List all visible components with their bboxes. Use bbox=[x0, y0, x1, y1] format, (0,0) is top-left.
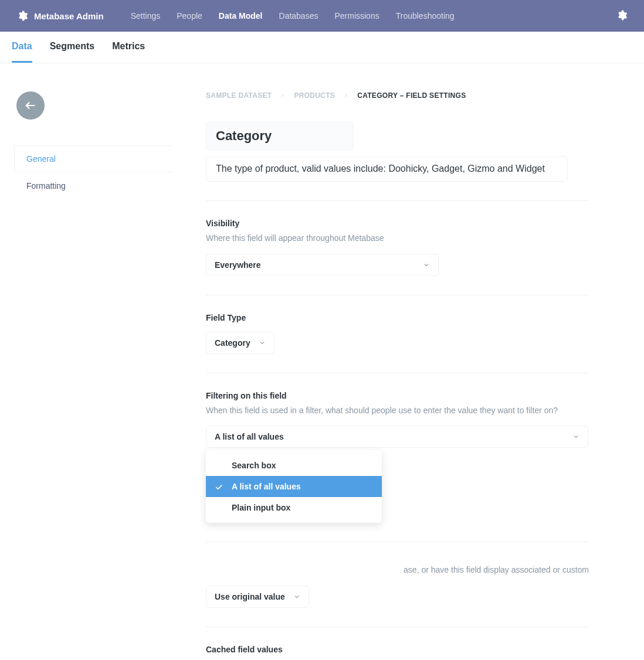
filtering-desc: When this field is used in a filter, wha… bbox=[206, 405, 589, 417]
chevron-down-icon bbox=[572, 433, 579, 440]
nav-permissions[interactable]: Permissions bbox=[334, 11, 379, 21]
field-type-select[interactable]: Category bbox=[206, 332, 274, 354]
nav-databases[interactable]: Databases bbox=[279, 11, 318, 21]
field-type-value: Category bbox=[215, 338, 250, 348]
filter-option-search-box[interactable]: Search box bbox=[206, 455, 382, 476]
settings-gear-icon[interactable] bbox=[616, 9, 628, 21]
filtering-value: A list of all values bbox=[215, 432, 284, 441]
gear-icon bbox=[16, 10, 28, 22]
display-value: Use original value bbox=[215, 592, 285, 601]
visibility-select[interactable]: Everywhere bbox=[206, 254, 439, 276]
sidebar: General Formatting bbox=[0, 63, 172, 660]
chevron-right-icon bbox=[280, 93, 286, 98]
tab-metrics[interactable]: Metrics bbox=[112, 32, 145, 63]
display-values-select[interactable]: Use original value bbox=[206, 586, 309, 608]
top-nav-brand[interactable]: Metabase Admin bbox=[16, 10, 104, 22]
crumb-db[interactable]: SAMPLE DATASET bbox=[206, 91, 272, 100]
filtering-select[interactable]: A list of all values bbox=[206, 426, 588, 448]
main-content: SAMPLE DATASET PRODUCTS CATEGORY – FIELD… bbox=[172, 63, 644, 660]
crumb-table[interactable]: PRODUCTS bbox=[294, 91, 335, 100]
filter-option-plain[interactable]: Plain input box bbox=[206, 497, 382, 518]
back-button[interactable] bbox=[16, 91, 45, 120]
section-cached: Cached field values Metabase can scan th… bbox=[206, 627, 589, 660]
nav-troubleshooting[interactable]: Troubleshooting bbox=[396, 11, 455, 21]
cached-title: Cached field values bbox=[206, 645, 589, 654]
tab-data[interactable]: Data bbox=[12, 32, 32, 63]
filtering-title: Filtering on this field bbox=[206, 391, 589, 400]
filter-option-list-all[interactable]: A list of all values bbox=[206, 476, 382, 497]
chevron-down-icon bbox=[259, 339, 266, 346]
display-desc-tail: ase, or have this field display associat… bbox=[206, 564, 589, 576]
chevron-right-icon bbox=[343, 93, 349, 98]
visibility-value: Everywhere bbox=[215, 260, 261, 270]
field-type-title: Field Type bbox=[206, 313, 589, 322]
top-nav: Metabase Admin Settings People Data Mode… bbox=[0, 0, 644, 32]
visibility-desc: Where this field will appear throughout … bbox=[206, 233, 589, 244]
top-nav-right bbox=[616, 9, 628, 23]
chevron-down-icon bbox=[293, 593, 300, 600]
crumb-field: CATEGORY – FIELD SETTINGS bbox=[357, 91, 466, 100]
nav-people[interactable]: People bbox=[177, 11, 202, 21]
filtering-dropdown: Search box A list of all values Plain in… bbox=[206, 450, 382, 523]
section-display-values: ase, or have this field display associat… bbox=[206, 542, 589, 608]
section-visibility: Visibility Where this field will appear … bbox=[206, 200, 589, 276]
section-filtering: Filtering on this field When this field … bbox=[206, 373, 589, 448]
arrow-left-icon bbox=[24, 99, 37, 112]
nav-data-model[interactable]: Data Model bbox=[219, 11, 263, 21]
section-field-type: Field Type Category bbox=[206, 295, 589, 354]
sidebar-list: General Formatting bbox=[14, 145, 172, 199]
breadcrumb: SAMPLE DATASET PRODUCTS CATEGORY – FIELD… bbox=[206, 91, 589, 100]
sidebar-item-general[interactable]: General bbox=[14, 145, 172, 172]
check-icon bbox=[214, 482, 223, 492]
tab-segments[interactable]: Segments bbox=[50, 32, 94, 63]
field-description-input[interactable] bbox=[206, 156, 568, 182]
nav-settings[interactable]: Settings bbox=[131, 11, 161, 21]
visibility-title: Visibility bbox=[206, 219, 589, 228]
field-name-input[interactable] bbox=[206, 122, 354, 150]
sidebar-item-formatting[interactable]: Formatting bbox=[14, 172, 172, 199]
brand-title: Metabase Admin bbox=[34, 11, 104, 21]
top-nav-links: Settings People Data Model Databases Per… bbox=[131, 11, 455, 21]
sub-nav: Data Segments Metrics bbox=[0, 32, 644, 63]
chevron-down-icon bbox=[423, 261, 430, 268]
